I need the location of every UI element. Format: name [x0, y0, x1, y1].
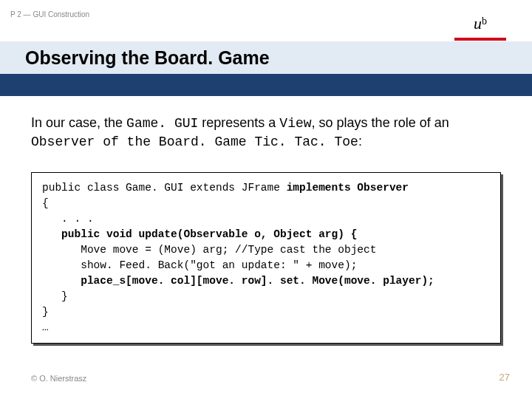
dark-band: [0, 74, 532, 96]
footer-copyright: © O. Nierstrasz: [31, 374, 86, 383]
body-paragraph: In our case, the Game. GUI represents a …: [31, 114, 501, 151]
course-header: P 2 — GUI Construction: [10, 10, 89, 18]
slide-title: Observing the Board. Game: [25, 47, 270, 69]
code-box: public class Game. GUI extends JFrame im…: [31, 172, 501, 344]
title-band: Observing the Board. Game: [0, 41, 532, 74]
page-number: 27: [499, 372, 510, 383]
